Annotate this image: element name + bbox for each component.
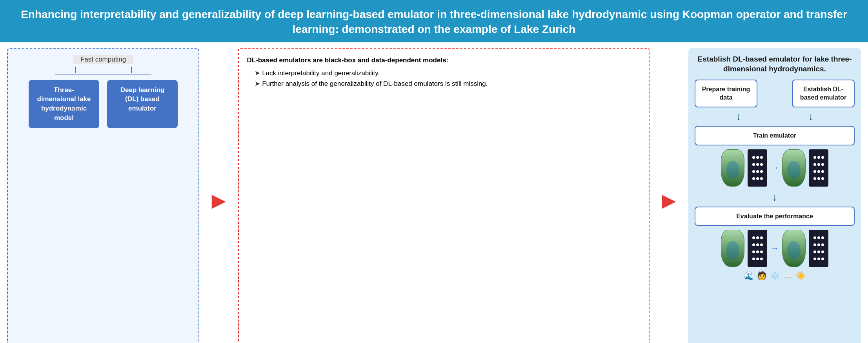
rp-step-2: Establish DL-based emulator: [792, 80, 855, 107]
lake-visual-4: [782, 230, 806, 267]
fast-computing-label: Fast computing: [73, 55, 133, 64]
top-section: Fast computing Three-dimensional lake hy…: [0, 42, 868, 343]
lake-visual-1: [721, 149, 744, 187]
header: Enhancing interpretability and generaliz…: [0, 0, 868, 42]
lake-visual-2: [782, 149, 806, 187]
problem-title: DL-based emulators are black-box and dat…: [247, 55, 641, 65]
fc-item-2: Deep learning (DL) based emulator: [107, 80, 178, 128]
fast-computing-box: Fast computing Three-dimensional lake hy…: [7, 48, 199, 343]
icon-person: 🧑: [757, 271, 767, 280]
red-arrow-2: ►: [656, 48, 682, 343]
rp-v-arrow-1: ↓: [736, 110, 741, 123]
nn-visual-2: [809, 149, 828, 187]
problem-point-1: Lack interpretability and generalizabili…: [255, 68, 641, 78]
right-panel-title: Establish DL-based emulator for lake thr…: [695, 54, 855, 74]
problem-point-2: Further analysis of the generalizability…: [255, 78, 641, 89]
icon-wind: 🌊: [744, 271, 754, 280]
header-title: Enhancing interpretability and generaliz…: [21, 8, 847, 35]
rp-step-3: Train emulator: [695, 126, 855, 145]
right-panel: Establish DL-based emulator for lake thr…: [688, 48, 861, 343]
icon-sun: ☀️: [796, 271, 806, 280]
fc-item-1: Three-dimensional lake hydrodynamic mode…: [29, 80, 99, 128]
rp-blue-arrow-1: →: [770, 163, 779, 173]
rp-visual-2: →: [695, 230, 855, 267]
lake-visual-3: [721, 230, 744, 267]
fc-boxes: Three-dimensional lake hydrodynamic mode…: [16, 80, 191, 128]
nn-visual-1: [748, 149, 767, 187]
rp-step-4: Evaluate the performance: [695, 207, 855, 226]
rp-icons-row: 🌊 🧑 ❄️ ☁️ ☀️: [695, 271, 855, 280]
rp-visual: →: [695, 149, 855, 187]
red-arrow-1: ►: [206, 48, 232, 343]
rp-v-arrow-2: ↓: [808, 110, 813, 123]
nn-visual-4: [809, 230, 828, 267]
main-container: Enhancing interpretability and generaliz…: [0, 0, 868, 343]
icon-cloud: ☁️: [783, 271, 793, 280]
rp-blue-arrow-2: →: [770, 243, 779, 254]
problem-box: DL-based emulators are black-box and dat…: [238, 48, 649, 343]
rp-top-row: Prepare training data Establish DL-based…: [695, 80, 855, 107]
icon-snowflake: ❄️: [770, 271, 780, 280]
nn-visual-3: [748, 230, 767, 267]
rp-v-arrow-3: ↓: [695, 191, 855, 204]
rp-step-1: Prepare training data: [695, 80, 757, 107]
